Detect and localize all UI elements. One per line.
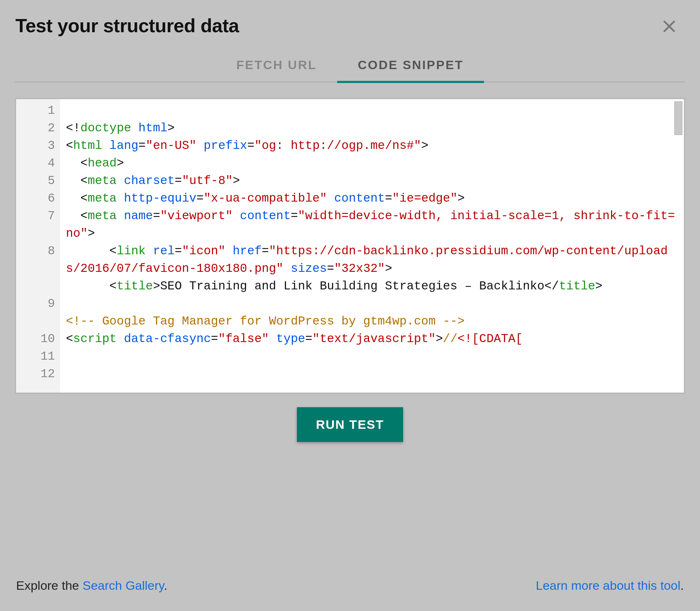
code-editor[interactable]: 1234567 8 9 101112 <!doctype html><html … xyxy=(15,98,685,394)
footer: Explore the Search Gallery. Learn more a… xyxy=(16,578,684,593)
code-line[interactable]: <title>SEO Training and Link Building St… xyxy=(66,278,680,295)
footer-learn: Learn more about this tool. xyxy=(536,578,684,593)
tab-code-snippet[interactable]: CODE SNIPPET xyxy=(337,51,484,83)
code-line[interactable]: <script data-cfasync="false" type="text/… xyxy=(66,330,680,348)
code-line[interactable]: <html lang="en-US" prefix="og: http://og… xyxy=(66,137,680,155)
dialog-title: Test your structured data xyxy=(15,15,239,37)
run-test-button[interactable]: RUN TEST xyxy=(297,407,403,442)
gutter-line-number: 10 xyxy=(27,330,55,348)
code-line[interactable]: <!doctype html> xyxy=(66,120,680,137)
gutter-line-number: 8 xyxy=(27,243,55,260)
editor-code-area[interactable]: <!doctype html><html lang="en-US" prefix… xyxy=(60,99,684,393)
gutter-line-number: 9 xyxy=(27,295,55,313)
code-line[interactable]: <head> xyxy=(66,155,680,172)
editor-scrollbar-thumb[interactable] xyxy=(674,101,682,135)
gutter-line-number: 4 xyxy=(27,155,55,172)
footer-explore-prefix: Explore the xyxy=(16,578,82,592)
learn-more-link[interactable]: Learn more about this tool xyxy=(536,578,681,592)
footer-explore-suffix: . xyxy=(164,578,167,592)
gutter-line-number: 5 xyxy=(27,172,55,190)
code-line[interactable] xyxy=(66,102,680,120)
close-button[interactable] xyxy=(661,18,677,37)
dialog-header: Test your structured data xyxy=(15,11,685,51)
code-line[interactable]: <meta name="viewport" content="width=dev… xyxy=(66,207,680,243)
gutter-line-number: 3 xyxy=(27,137,55,155)
editor-gutter: 1234567 8 9 101112 xyxy=(16,99,60,393)
tab-fetch-url[interactable]: FETCH URL xyxy=(216,51,338,83)
code-line[interactable] xyxy=(66,295,680,313)
gutter-line-number: 7 xyxy=(27,207,55,225)
gutter-line-number: 11 xyxy=(27,348,55,366)
tabs: FETCH URL CODE SNIPPET xyxy=(15,51,685,82)
run-row: RUN TEST xyxy=(15,407,685,442)
gutter-line-number: 12 xyxy=(27,366,55,383)
gutter-line-number: 6 xyxy=(27,190,55,207)
code-line[interactable]: <meta http-equiv="x-ua-compatible" conte… xyxy=(66,190,680,207)
search-gallery-link[interactable]: Search Gallery xyxy=(82,578,164,592)
gutter-line-number: 1 xyxy=(27,102,55,120)
code-line[interactable]: <meta charset="utf-8"> xyxy=(66,172,680,190)
footer-learn-suffix: . xyxy=(681,578,684,592)
footer-explore: Explore the Search Gallery. xyxy=(16,578,167,593)
code-line[interactable]: <!-- Google Tag Manager for WordPress by… xyxy=(66,313,680,330)
gutter-line-number: 2 xyxy=(27,120,55,137)
structured-data-dialog: Test your structured data FETCH URL CODE… xyxy=(15,11,685,541)
code-line[interactable]: <link rel="icon" href="https://cdn-backl… xyxy=(66,243,680,278)
close-icon xyxy=(661,18,677,34)
